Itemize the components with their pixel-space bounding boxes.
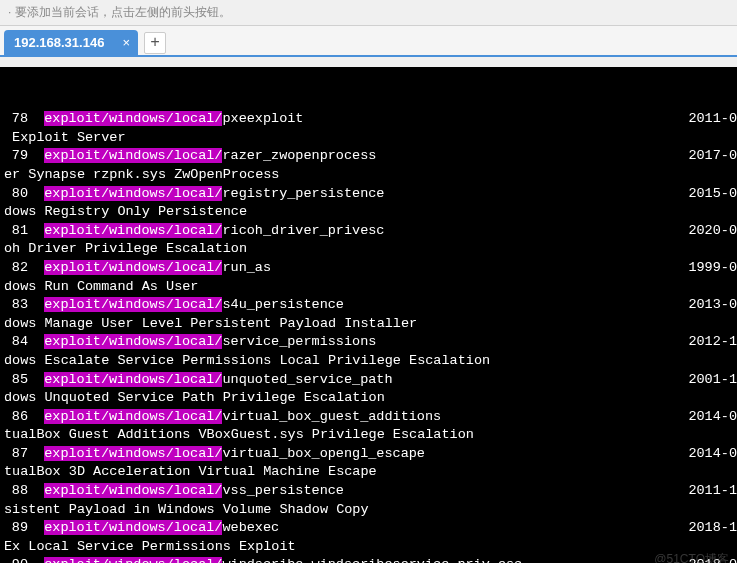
- row-number: 81: [4, 222, 28, 241]
- exploit-row: 79 exploit/windows/local/razer_zwopenpro…: [4, 147, 733, 166]
- window-chrome: · 要添加当前会话，点击左侧的前头按钮。 192.168.31.146 × +: [0, 0, 737, 67]
- exploit-row: 86 exploit/windows/local/virtual_box_gue…: [4, 408, 733, 427]
- exploit-date: 2018-1: [688, 519, 737, 538]
- exploit-name: ricoh_driver_privesc: [222, 223, 384, 238]
- exploit-name: vss_persistence: [222, 483, 344, 498]
- exploit-desc: tualBox Guest Additions VBoxGuest.sys Pr…: [4, 426, 733, 445]
- exploit-row: 85 exploit/windows/local/unquoted_servic…: [4, 371, 733, 390]
- exploit-row: 90 exploit/windows/local/windscribe_wind…: [4, 556, 733, 563]
- new-tab-button[interactable]: +: [144, 32, 166, 54]
- exploit-path: exploit/windows/local/: [44, 557, 222, 563]
- exploit-path: exploit/windows/local/: [44, 223, 222, 238]
- exploit-date: 2012-1: [688, 333, 737, 352]
- row-number: 79: [4, 147, 28, 166]
- exploit-row: 81 exploit/windows/local/ricoh_driver_pr…: [4, 222, 733, 241]
- tab-label: 192.168.31.146: [14, 35, 104, 50]
- terminal-output[interactable]: 78 exploit/windows/local/pxeexploit2011-…: [0, 67, 737, 563]
- row-number: 84: [4, 333, 28, 352]
- exploit-desc: er Synapse rzpnk.sys ZwOpenProcess: [4, 166, 733, 185]
- exploit-desc: oh Driver Privilege Escalation: [4, 240, 733, 259]
- exploit-date: 2001-1: [688, 371, 737, 390]
- exploit-name: virtual_box_opengl_escape: [222, 446, 425, 461]
- exploit-path: exploit/windows/local/: [44, 483, 222, 498]
- row-number: 90: [4, 556, 28, 563]
- exploit-path: exploit/windows/local/: [44, 297, 222, 312]
- exploit-row: 82 exploit/windows/local/run_as1999-0: [4, 259, 733, 278]
- watermark: @51CTO博客: [654, 550, 729, 563]
- exploit-date: 2011-0: [688, 110, 737, 129]
- exploit-row: 78 exploit/windows/local/pxeexploit2011-…: [4, 110, 733, 129]
- exploit-path: exploit/windows/local/: [44, 111, 222, 126]
- hint-bar: · 要添加当前会话，点击左侧的前头按钮。: [0, 0, 737, 26]
- row-number: 82: [4, 259, 28, 278]
- exploit-date: 2015-0: [688, 185, 737, 204]
- exploit-date: 2020-0: [688, 222, 737, 241]
- exploit-path: exploit/windows/local/: [44, 372, 222, 387]
- exploit-name: registry_persistence: [222, 186, 384, 201]
- exploit-desc: dows Registry Only Persistence: [4, 203, 733, 222]
- exploit-row: 89 exploit/windows/local/webexec2018-1: [4, 519, 733, 538]
- exploit-name: unquoted_service_path: [222, 372, 392, 387]
- exploit-path: exploit/windows/local/: [44, 520, 222, 535]
- exploit-row: 88 exploit/windows/local/vss_persistence…: [4, 482, 733, 501]
- row-number: 87: [4, 445, 28, 464]
- exploit-name: razer_zwopenprocess: [222, 148, 376, 163]
- exploit-path: exploit/windows/local/: [44, 148, 222, 163]
- exploit-date: 2017-0: [688, 147, 737, 166]
- exploit-row: 84 exploit/windows/local/service_permiss…: [4, 333, 733, 352]
- exploit-name: pxeexploit: [222, 111, 303, 126]
- exploit-path: exploit/windows/local/: [44, 186, 222, 201]
- exploit-desc: tualBox 3D Acceleration Virtual Machine …: [4, 463, 733, 482]
- row-number: 88: [4, 482, 28, 501]
- row-number: 78: [4, 110, 28, 129]
- exploit-path: exploit/windows/local/: [44, 334, 222, 349]
- exploit-date: 2014-0: [688, 445, 737, 464]
- exploit-desc: sistent Payload in Windows Volume Shadow…: [4, 501, 733, 520]
- exploit-date: 2011-1: [688, 482, 737, 501]
- exploit-name: service_permissions: [222, 334, 376, 349]
- exploit-path: exploit/windows/local/: [44, 260, 222, 275]
- exploit-name: run_as: [222, 260, 271, 275]
- row-number: 83: [4, 296, 28, 315]
- row-number: 80: [4, 185, 28, 204]
- exploit-date: 2013-0: [688, 296, 737, 315]
- exploit-desc: dows Unquoted Service Path Privilege Esc…: [4, 389, 733, 408]
- row-number: 86: [4, 408, 28, 427]
- exploit-desc: Ex Local Service Permissions Exploit: [4, 538, 733, 557]
- exploit-desc: dows Run Command As User: [4, 278, 733, 297]
- tab-strip: 192.168.31.146 × +: [0, 26, 737, 57]
- exploit-name: s4u_persistence: [222, 297, 344, 312]
- exploit-date: 2014-0: [688, 408, 737, 427]
- tab-active[interactable]: 192.168.31.146 ×: [4, 30, 138, 55]
- exploit-name: windscribe_windscribeservice_priv_esc: [222, 557, 522, 563]
- exploit-path: exploit/windows/local/: [44, 409, 222, 424]
- exploit-row: 87 exploit/windows/local/virtual_box_ope…: [4, 445, 733, 464]
- exploit-desc: Exploit Server: [4, 129, 733, 148]
- exploit-name: webexec: [222, 520, 279, 535]
- exploit-path: exploit/windows/local/: [44, 446, 222, 461]
- close-icon[interactable]: ×: [122, 35, 130, 50]
- exploit-row: 80 exploit/windows/local/registry_persis…: [4, 185, 733, 204]
- exploit-name: virtual_box_guest_additions: [222, 409, 441, 424]
- exploit-row: 83 exploit/windows/local/s4u_persistence…: [4, 296, 733, 315]
- exploit-desc: dows Manage User Level Persistent Payloa…: [4, 315, 733, 334]
- row-number: 89: [4, 519, 28, 538]
- row-number: 85: [4, 371, 28, 390]
- exploit-desc: dows Escalate Service Permissions Local …: [4, 352, 733, 371]
- exploit-date: 1999-0: [688, 259, 737, 278]
